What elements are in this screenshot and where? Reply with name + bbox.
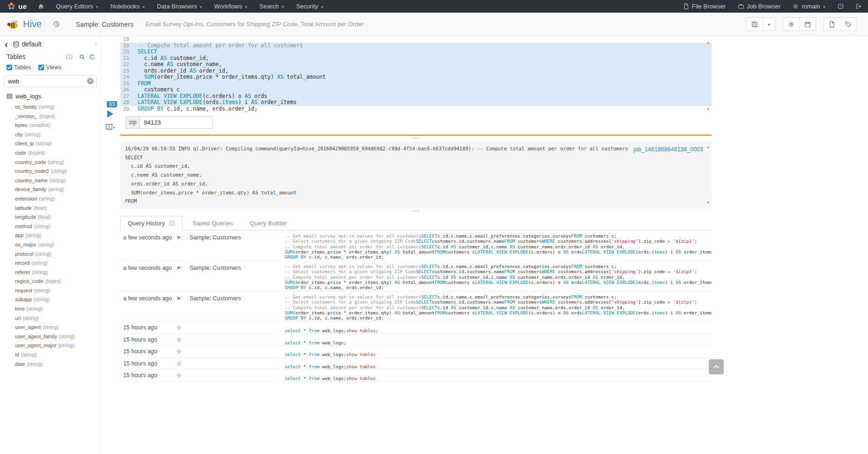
history-row[interactable]: 15 hours agoselect * from web_logs;show … — [120, 322, 712, 334]
column-item[interactable]: id(string) — [0, 350, 101, 360]
scrollbar-up-arrow[interactable] — [707, 41, 709, 45]
table-item-web-logs[interactable]: web_logs — [0, 87, 101, 101]
editor-toolbar — [746, 17, 857, 31]
column-item[interactable]: user_agent(string) — [0, 323, 101, 332]
menu-security[interactable]: Security — [290, 0, 329, 13]
column-item[interactable]: protocol(string) — [0, 250, 101, 259]
sql-token: SUM — [144, 74, 154, 80]
column-item[interactable]: referer(string) — [0, 268, 101, 277]
filter-views-checkbox[interactable]: Views — [38, 64, 61, 71]
new-document-button[interactable] — [824, 18, 840, 30]
menu-query-editors[interactable]: Query Editors — [50, 0, 105, 13]
save-button[interactable] — [747, 18, 763, 30]
resize-handle-bottom[interactable] — [120, 209, 712, 214]
hue-logo[interactable]: ue — [0, 0, 32, 13]
column-item[interactable]: app(string) — [0, 231, 101, 240]
table-search-input[interactable] — [4, 75, 97, 87]
history-row[interactable]: 15 hours agoselect * from web_logs;show … — [120, 358, 712, 370]
search-icon[interactable] — [79, 54, 85, 60]
column-item[interactable]: record(string) — [0, 259, 101, 268]
save-dropdown-button[interactable] — [763, 18, 775, 30]
scrollbar-down-arrow[interactable] — [707, 108, 709, 112]
history-row[interactable]: a few seconds agoSample: Customers-- Get… — [120, 261, 712, 291]
menu-workflows[interactable]: Workflows — [208, 0, 254, 13]
column-item[interactable]: url(string) — [0, 314, 101, 323]
tags-button[interactable] — [840, 18, 856, 30]
sql-line: SUM(order_items.price * order_items.qty)… — [285, 249, 712, 254]
code-text: ords.order_id AS order_id, — [133, 68, 712, 74]
column-item[interactable]: request(string) — [0, 286, 101, 296]
job-link[interactable]: job_1461888648136_0003 — [633, 146, 703, 153]
column-item[interactable]: country_code3(string) — [0, 167, 101, 176]
menu-notebooks[interactable]: Notebooks — [104, 0, 151, 13]
code-editor[interactable]: 1819-- Compute total amount per order fo… — [120, 36, 712, 115]
column-item[interactable]: os_major(string) — [0, 240, 101, 250]
column-item[interactable]: country_code(string) — [0, 158, 101, 167]
column-type: (string) — [39, 196, 55, 201]
column-item[interactable]: subapp(string) — [0, 295, 101, 305]
column-item[interactable]: longitude(float) — [0, 213, 101, 222]
execute-button[interactable] — [107, 110, 113, 118]
tab-saved-queries[interactable]: Saved Queries — [185, 216, 240, 230]
menu-search[interactable]: Search — [253, 0, 290, 13]
menu-data-browsers[interactable]: Data Browsers — [151, 0, 208, 13]
column-item[interactable]: os_family(string) — [0, 103, 101, 112]
user-name: romain — [802, 3, 820, 10]
views-checkbox-label: Views — [46, 64, 61, 71]
column-item[interactable]: bytes(smallint) — [0, 121, 101, 130]
column-item[interactable]: user_agent_major(string) — [0, 341, 101, 350]
collapse-sidebar-icon[interactable] — [95, 39, 97, 47]
filter-tables-checkbox[interactable]: Tables — [7, 64, 31, 71]
app-name[interactable]: Hive — [23, 19, 42, 30]
help-button[interactable] — [831, 0, 850, 13]
variable-zip-input[interactable] — [140, 116, 213, 129]
history-row[interactable]: 15 hours agoselect * from web_logs;show … — [120, 346, 712, 358]
schedule-button[interactable] — [800, 18, 816, 30]
column-item[interactable]: _version_(bigint) — [0, 112, 101, 121]
column-type: (string) — [25, 132, 41, 137]
sql-token: customers — [515, 269, 542, 274]
back-chevron-icon[interactable] — [5, 41, 8, 48]
column-item[interactable]: device_family(string) — [0, 185, 101, 194]
history-row[interactable]: 15 hours agoselect * from web_logs;show … — [120, 370, 712, 382]
clear-search-icon[interactable] — [87, 78, 94, 84]
settings-button[interactable] — [783, 18, 800, 30]
tab-query-history[interactable]: Query History — [120, 216, 183, 231]
column-item[interactable]: method(string) — [0, 222, 101, 231]
resize-handle-top[interactable] — [120, 136, 712, 141]
column-type: (string) — [36, 141, 51, 146]
column-item[interactable]: user_agent_family(string) — [0, 332, 101, 342]
scroll-to-top-button[interactable] — [709, 359, 724, 374]
tables-checkbox-input[interactable] — [7, 65, 12, 70]
column-item[interactable]: client_ip(string) — [0, 139, 101, 149]
history-icon[interactable] — [53, 21, 60, 28]
refresh-icon[interactable] — [89, 54, 95, 60]
column-type: (string) — [25, 232, 41, 238]
sql-token: customers c — [445, 310, 475, 315]
column-item[interactable]: time(string) — [0, 305, 101, 314]
history-row[interactable]: 15 hours agoselect * from web_logs; — [120, 334, 712, 346]
database-name[interactable]: default — [22, 40, 42, 48]
column-item[interactable]: country_name(string) — [0, 176, 101, 186]
column-item[interactable]: code(tinyint) — [0, 149, 101, 158]
file-browser-link[interactable]: File Browser — [677, 0, 732, 13]
column-item[interactable]: latitude(float) — [0, 204, 101, 213]
sql-line: select * from web_logs;show tables; — [285, 325, 712, 334]
column-item[interactable]: date(string) — [0, 360, 101, 369]
column-item[interactable]: region_code(bigint) — [0, 277, 101, 286]
column-item[interactable]: city(string) — [0, 130, 101, 140]
logout-button[interactable] — [850, 0, 868, 13]
sql-token: AS — [676, 310, 681, 315]
history-row[interactable]: a few seconds agoSample: Customers-- Get… — [120, 291, 712, 322]
assist-docs-button[interactable] — [105, 122, 115, 131]
user-menu[interactable]: romain — [787, 0, 831, 13]
home-button[interactable] — [32, 0, 50, 13]
tab-query-builder[interactable]: Query Builder — [243, 216, 294, 230]
sql-token: SELECT — [138, 48, 157, 55]
views-checkbox-input[interactable] — [38, 65, 44, 70]
job-browser-link[interactable]: Job Browser — [732, 0, 787, 13]
history-row[interactable]: a few seconds agoSample: Customers-- Get… — [120, 231, 712, 261]
column-item[interactable]: extension(string) — [0, 194, 101, 204]
scrollbar-down-arrow[interactable] — [707, 201, 709, 205]
scrollbar-up-arrow[interactable] — [707, 145, 709, 149]
